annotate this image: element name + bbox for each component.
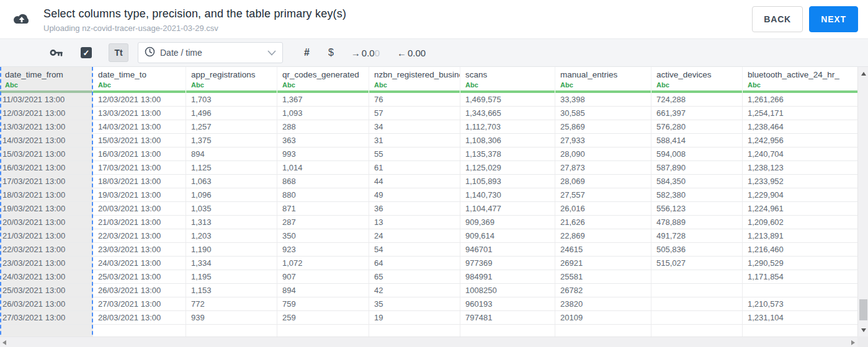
- table-cell[interactable]: 44: [369, 175, 460, 188]
- table-cell[interactable]: 1,072: [277, 257, 369, 270]
- table-cell[interactable]: 1,093: [277, 107, 369, 120]
- table-cell[interactable]: 24615: [555, 243, 651, 257]
- table-cell[interactable]: 894: [277, 284, 369, 297]
- table-cell[interactable]: 871: [277, 202, 369, 216]
- table-cell[interactable]: 26,016: [555, 202, 651, 216]
- table-cell[interactable]: 1,375: [186, 134, 277, 147]
- column-header-scans[interactable]: scansAbc: [460, 67, 555, 90]
- table-cell[interactable]: 13: [369, 216, 460, 229]
- table-cell[interactable]: 724,288: [651, 93, 743, 107]
- table-cell[interactable]: 759: [277, 297, 369, 311]
- table-cell[interactable]: 582,380: [651, 188, 743, 202]
- table-cell[interactable]: 33,398: [555, 93, 651, 107]
- table-cell[interactable]: 61: [369, 161, 460, 175]
- table-cell[interactable]: 28,069: [555, 175, 651, 188]
- table-cell[interactable]: 1,703: [186, 93, 277, 107]
- currency-type-icon[interactable]: $: [328, 47, 334, 58]
- table-cell[interactable]: 18/03/2021 13:00: [93, 175, 186, 188]
- table-cell[interactable]: 34: [369, 120, 460, 134]
- table-cell[interactable]: 1,209,602: [743, 216, 857, 229]
- table-cell[interactable]: 588,414: [651, 134, 743, 147]
- table-cell[interactable]: 587,890: [651, 161, 743, 175]
- table-cell[interactable]: 1,108,306: [460, 134, 555, 147]
- text-type-button[interactable]: Tt: [109, 43, 128, 62]
- column-checked-checkbox[interactable]: [81, 47, 92, 58]
- table-cell[interactable]: 26921: [555, 257, 651, 270]
- table-cell[interactable]: 1,190: [186, 243, 277, 257]
- table-cell[interactable]: 1,105,893: [460, 175, 555, 188]
- table-cell[interactable]: 1,313: [186, 216, 277, 229]
- table-cell[interactable]: 64: [369, 257, 460, 270]
- table-cell[interactable]: 23/03/2021 13:00: [93, 243, 186, 257]
- vertical-scrollbar[interactable]: [857, 67, 868, 336]
- horizontal-scrollbar[interactable]: [0, 336, 857, 347]
- table-cell[interactable]: 14/03/2021 13:00: [93, 120, 186, 134]
- scroll-down-arrow-icon[interactable]: [858, 325, 868, 335]
- table-cell[interactable]: 594,008: [651, 147, 743, 161]
- table-cell[interactable]: 25,869: [555, 120, 651, 134]
- table-cell[interactable]: 288: [277, 120, 369, 134]
- table-cell[interactable]: 1,242,956: [743, 134, 857, 147]
- table-cell[interactable]: 23/03/2021 13:00: [0, 257, 93, 270]
- table-cell[interactable]: 350: [277, 229, 369, 243]
- table-cell[interactable]: 1,343,665: [460, 107, 555, 120]
- table-cell[interactable]: 1,153: [186, 284, 277, 297]
- column-header-date_time_to[interactable]: date_time_toAbc: [93, 67, 186, 90]
- table-cell[interactable]: 24: [369, 229, 460, 243]
- table-cell[interactable]: 661,397: [651, 107, 743, 120]
- table-cell[interactable]: 25/03/2021 13:00: [93, 270, 186, 284]
- table-cell[interactable]: 15/03/2021 13:00: [93, 134, 186, 147]
- table-cell[interactable]: 19/03/2021 13:00: [93, 188, 186, 202]
- scroll-right-arrow-icon[interactable]: [851, 337, 855, 347]
- column-header-manual_entries[interactable]: manual_entriesAbc: [555, 67, 651, 90]
- table-cell[interactable]: 923: [277, 243, 369, 257]
- table-cell[interactable]: 36: [369, 202, 460, 216]
- table-cell[interactable]: [743, 284, 857, 297]
- table-cell[interactable]: 14/03/2021 13:00: [0, 134, 93, 147]
- table-cell[interactable]: 27/03/2021 13:00: [0, 311, 93, 325]
- table-cell[interactable]: 1,261,266: [743, 93, 857, 107]
- back-button[interactable]: BACK: [752, 6, 803, 32]
- column-header-bluetooth_active_24_hr_[interactable]: bluetooth_active_24_hr_Abc: [743, 67, 857, 90]
- decrease-decimal-button[interactable]: ←0.00: [397, 48, 426, 58]
- table-cell[interactable]: 65: [369, 270, 460, 284]
- column-type-dropdown[interactable]: Date / time: [138, 42, 283, 63]
- table-cell[interactable]: 25/03/2021 13:00: [0, 284, 93, 297]
- table-cell[interactable]: 946701: [460, 243, 555, 257]
- table-cell[interactable]: 1,063: [186, 175, 277, 188]
- table-cell[interactable]: 19/03/2021 13:00: [0, 202, 93, 216]
- table-cell[interactable]: 24/03/2021 13:00: [0, 270, 93, 284]
- table-cell[interactable]: 27/03/2021 13:00: [93, 297, 186, 311]
- table-cell[interactable]: 31: [369, 134, 460, 147]
- column-header-date_time_from[interactable]: date_time_fromAbc: [0, 67, 93, 90]
- table-cell[interactable]: 1,171,854: [743, 270, 857, 284]
- table-cell[interactable]: 21,626: [555, 216, 651, 229]
- column-header-nzbn_registered_busine[interactable]: nzbn_registered_busineAbc: [369, 67, 460, 90]
- table-cell[interactable]: 287: [277, 216, 369, 229]
- table-cell[interactable]: [651, 284, 743, 297]
- table-cell[interactable]: 1,035: [186, 202, 277, 216]
- table-cell[interactable]: 491,728: [651, 229, 743, 243]
- table-cell[interactable]: 984991: [460, 270, 555, 284]
- table-cell[interactable]: 1,213,891: [743, 229, 857, 243]
- vertical-scroll-thumb[interactable]: [859, 299, 867, 320]
- table-cell[interactable]: 1,112,703: [460, 120, 555, 134]
- table-cell[interactable]: 11/03/2021 13:00: [0, 93, 93, 107]
- table-cell[interactable]: 55: [369, 147, 460, 161]
- table-cell[interactable]: 12/03/2021 13:00: [0, 107, 93, 120]
- table-cell[interactable]: 1,238,464: [743, 120, 857, 134]
- table-cell[interactable]: 1,240,704: [743, 147, 857, 161]
- table-cell[interactable]: 1,014: [277, 161, 369, 175]
- column-header-qr_codes_generated[interactable]: qr_codes_generatedAbc: [277, 67, 369, 90]
- increase-decimal-button[interactable]: →0.00: [351, 48, 380, 58]
- table-cell[interactable]: 28/03/2021 13:00: [93, 311, 186, 325]
- primary-key-icon[interactable]: [50, 48, 63, 58]
- table-cell[interactable]: 42: [369, 284, 460, 297]
- table-cell[interactable]: 909,369: [460, 216, 555, 229]
- table-cell[interactable]: 1,496: [186, 107, 277, 120]
- table-cell[interactable]: 977369: [460, 257, 555, 270]
- table-cell[interactable]: 576,280: [651, 120, 743, 134]
- table-cell[interactable]: 15/03/2021 13:00: [0, 147, 93, 161]
- table-cell[interactable]: 880: [277, 188, 369, 202]
- column-header-app_registrations[interactable]: app_registrationsAbc: [186, 67, 277, 90]
